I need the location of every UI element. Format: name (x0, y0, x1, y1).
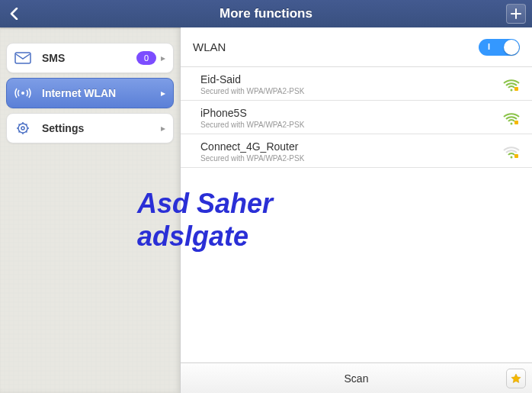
sidebar-item-label: Settings (42, 122, 161, 134)
sidebar-item-internet-wlan[interactable]: Internet WLAN ▸ (6, 78, 174, 108)
topbar: More functions (0, 0, 532, 27)
wifi-signal-icon (503, 78, 520, 92)
content-pane: WLAN I Eid-Said Secured with WPA/WPA2-PS… (181, 27, 532, 393)
svg-rect-0 (15, 53, 30, 63)
svg-rect-5 (514, 87, 518, 91)
sidebar-item-label: SMS (42, 52, 136, 64)
chevron-right-icon: ▸ (161, 53, 165, 63)
network-row[interactable]: Connect_4G_Router Secured with WPA/WPA2-… (181, 134, 532, 168)
network-name: Connect_4G_Router (200, 140, 503, 153)
wifi-broadcast-icon (14, 85, 31, 101)
svg-point-1 (21, 92, 24, 95)
sidebar-item-settings[interactable]: Settings ▸ (6, 113, 174, 143)
toggle-knob (504, 40, 519, 55)
network-name: iPhone5S (200, 107, 503, 119)
wifi-signal-icon (503, 145, 520, 159)
back-button[interactable] (8, 7, 21, 21)
scan-button[interactable]: Scan (242, 372, 471, 385)
network-security: Secured with WPA/WPA2-PSK (200, 87, 503, 95)
sidebar: SMS 0 ▸ Internet WLAN ▸ Settings ▸ (0, 27, 181, 393)
sidebar-item-label: Internet WLAN (42, 87, 161, 99)
wps-button[interactable] (506, 369, 526, 388)
network-name: Eid-Said (200, 73, 503, 85)
network-row[interactable]: Eid-Said Secured with WPA/WPA2-PSK (181, 67, 532, 101)
wlan-header: WLAN I (181, 27, 532, 67)
gear-icon (14, 120, 31, 137)
chevron-right-icon: ▸ (161, 88, 165, 98)
svg-rect-7 (514, 121, 518, 124)
wifi-signal-icon (503, 111, 520, 125)
network-security: Secured with WPA/WPA2-PSK (200, 121, 503, 129)
wlan-toggle[interactable]: I (479, 39, 520, 56)
mail-icon (14, 50, 31, 66)
svg-point-3 (21, 127, 24, 130)
svg-point-6 (511, 122, 513, 124)
add-button[interactable] (506, 4, 526, 24)
chevron-right-icon: ▸ (161, 123, 165, 134)
sidebar-item-sms[interactable]: SMS 0 ▸ (6, 43, 174, 73)
network-security: Secured with WPA/WPA2-PSK (200, 154, 503, 163)
bottom-bar: Scan (181, 362, 532, 393)
page-title: More functions (220, 6, 312, 21)
content-title: WLAN (193, 40, 479, 53)
svg-point-4 (511, 89, 513, 91)
svg-point-8 (511, 156, 513, 158)
toggle-on-indicator: I (488, 42, 490, 51)
network-row[interactable]: iPhone5S Secured with WPA/WPA2-PSK (181, 101, 532, 134)
sms-badge: 0 (136, 51, 156, 65)
svg-rect-9 (514, 154, 518, 158)
